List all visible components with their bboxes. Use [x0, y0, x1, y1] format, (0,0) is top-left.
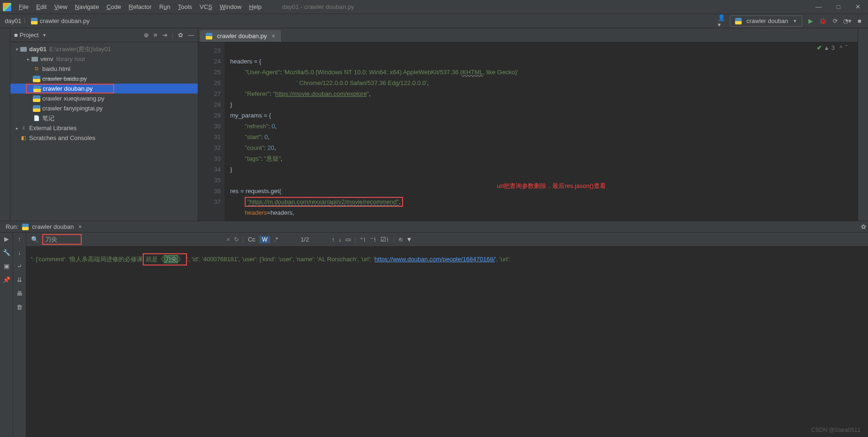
rm-sel-icon[interactable]: ⁻⫶: [370, 236, 377, 243]
menu-refactor[interactable]: Refactor: [125, 1, 155, 12]
down-icon[interactable]: ↓: [18, 249, 21, 256]
add-sel-icon[interactable]: ⁺⫶: [360, 236, 366, 243]
tree-file-crawler-xueqiu[interactable]: crawler xueqiuwang.py: [10, 94, 198, 103]
window-controls: — □ ✕: [815, 3, 865, 10]
chevron-down-icon: ▼: [793, 19, 797, 23]
watermark: CSDN @Stara0511: [811, 427, 860, 433]
navbar: day01 〉 crawler douban.py 👤▾ crawler dou…: [0, 14, 868, 28]
project-tree: ▾ day01E:\crawler(爬虫)\day01 ▸ venvlibrar…: [10, 42, 198, 145]
tree-file-biji[interactable]: 📄笔记: [10, 113, 198, 123]
run-toolbar-2: ↑ ↓ ⤶ ⇊ 🖶 🗑: [13, 233, 26, 437]
run-tab-close-icon[interactable]: ×: [77, 223, 82, 230]
user-add-icon[interactable]: 👤▾: [718, 17, 725, 25]
maximize-icon[interactable]: □: [837, 3, 840, 10]
tree-file-baidu[interactable]: ⧉baidu.html: [10, 64, 198, 74]
run-tab-label[interactable]: crawler douban: [32, 223, 74, 230]
run-toolbar-1: ▶ 🔧 ▣ 📌: [0, 233, 13, 437]
app-icon: [3, 3, 11, 11]
wrap-icon[interactable]: ⤶: [17, 263, 22, 270]
run-config-selector[interactable]: crawler douban ▼: [730, 16, 802, 27]
search-input[interactable]: [43, 235, 81, 244]
layout-icon[interactable]: ▣: [4, 263, 9, 270]
gear-icon[interactable]: ✿: [861, 223, 866, 230]
menubar: File Edit View Navigate Code Refactor Ru…: [0, 0, 868, 14]
menu-run[interactable]: Run: [155, 1, 174, 12]
tree-root[interactable]: ▾ day01E:\crawler(爬虫)\day01: [10, 44, 198, 54]
python-file-icon: [22, 224, 29, 230]
coverage-icon[interactable]: ⟳: [831, 17, 839, 25]
sel-all-icon[interactable]: ☑⫶: [380, 236, 389, 243]
breadcrumb-root[interactable]: day01: [5, 17, 21, 24]
tab-label: crawler douban.py: [217, 32, 267, 39]
menu-help[interactable]: Help: [245, 1, 265, 12]
menu-tools[interactable]: Tools: [174, 1, 196, 12]
close-icon[interactable]: ✕: [855, 3, 860, 10]
run-icon[interactable]: ▶: [807, 17, 814, 25]
clear-icon[interactable]: ×: [226, 236, 230, 243]
search-count: 1/2: [301, 236, 309, 243]
word-icon[interactable]: W: [259, 236, 270, 243]
menu-view[interactable]: View: [50, 1, 71, 12]
scroll-icon[interactable]: ⇊: [17, 276, 22, 283]
tree-external[interactable]: ▸⫴External Libraries: [10, 123, 198, 133]
run-panel: Run: crawler douban × ✿ ▶ 🔧 ▣ 📌 ↑ ↓ ⤶ ⇊ …: [0, 221, 868, 437]
window-title: day01 - crawler douban.py: [282, 3, 354, 10]
menu-edit[interactable]: Edit: [32, 1, 50, 12]
tree-file-crawler-douban[interactable]: crawler douban.py: [10, 84, 198, 94]
minimize-icon[interactable]: —: [815, 3, 822, 10]
next-icon[interactable]: ↓: [338, 236, 341, 243]
profile-icon[interactable]: ◔▾: [844, 17, 851, 25]
run-label: Run:: [6, 223, 18, 230]
expand-icon[interactable]: ≡: [154, 31, 157, 39]
up-icon[interactable]: ↑: [18, 235, 21, 242]
annotation: url把查询参数删除，最后res.jason()查看: [497, 180, 606, 191]
search-bar: 🔍 × ↻ | Cc W .* 1/2 ↑ ↓ ▭ | ⁺⫶ ⁻⫶ ☑⫶ | ⎋: [26, 233, 868, 247]
case-icon[interactable]: Cc: [248, 236, 256, 243]
history-icon[interactable]: ↻: [234, 236, 239, 243]
select-icon[interactable]: ▭: [345, 236, 351, 243]
search-icon: 🔍: [31, 236, 39, 243]
filter-icon[interactable]: ▼: [406, 236, 412, 243]
python-file-icon: [206, 33, 212, 39]
pin-icon[interactable]: 📌: [3, 276, 10, 283]
wrench-icon[interactable]: 🔧: [3, 249, 10, 256]
breadcrumb-file[interactable]: crawler douban.py: [39, 17, 89, 24]
run-console: 🔍 × ↻ | Cc W .* 1/2 ↑ ↓ ▭ | ⁺⫶ ⁻⫶ ☑⫶ | ⎋: [26, 233, 868, 437]
run-config-label: crawler douban: [746, 17, 788, 24]
python-file-icon: [735, 18, 742, 24]
stop-icon[interactable]: ■: [856, 17, 863, 25]
regex-icon[interactable]: .*: [274, 236, 278, 243]
editor-tab[interactable]: crawler douban.py ×: [200, 30, 281, 42]
rerun-icon[interactable]: ▶: [4, 235, 9, 242]
tree-venv[interactable]: ▸ venvlibrary root: [10, 54, 198, 64]
locate-icon[interactable]: ⊕: [144, 31, 149, 39]
menu-file[interactable]: File: [15, 1, 32, 12]
menu-navigate[interactable]: Navigate: [71, 1, 102, 12]
settings-icon[interactable]: ✿: [178, 31, 183, 39]
trash-icon[interactable]: 🗑: [16, 304, 23, 311]
console-output[interactable]: ': {'comment': '狼人杀高端局进修的必修课就是《刀尖》', 'id…: [26, 247, 868, 437]
menu-vcs[interactable]: VCS: [196, 1, 216, 12]
prev-icon[interactable]: ↑: [332, 236, 335, 243]
collapse-icon[interactable]: ⇥: [162, 31, 167, 39]
export-icon[interactable]: ⎋: [399, 236, 403, 243]
debug-icon[interactable]: 🐞: [819, 17, 827, 25]
menu-window[interactable]: Window: [216, 1, 245, 12]
tree-file-crawler-fanyi[interactable]: crawler fanyipingtai.py: [10, 103, 198, 113]
breadcrumb-sep: 〉: [23, 17, 29, 25]
tree-file-crawler-baidu[interactable]: crawler baidu.py: [10, 74, 198, 84]
tab-close-icon[interactable]: ×: [271, 32, 275, 39]
hide-icon[interactable]: —: [188, 31, 194, 39]
tree-scratches[interactable]: ◧Scratches and Consoles: [10, 133, 198, 143]
menu-code[interactable]: Code: [103, 1, 125, 12]
python-file-icon: [31, 18, 38, 24]
print-icon[interactable]: 🖶: [16, 290, 23, 297]
project-pane-title[interactable]: ■ Project ▼: [14, 31, 46, 39]
